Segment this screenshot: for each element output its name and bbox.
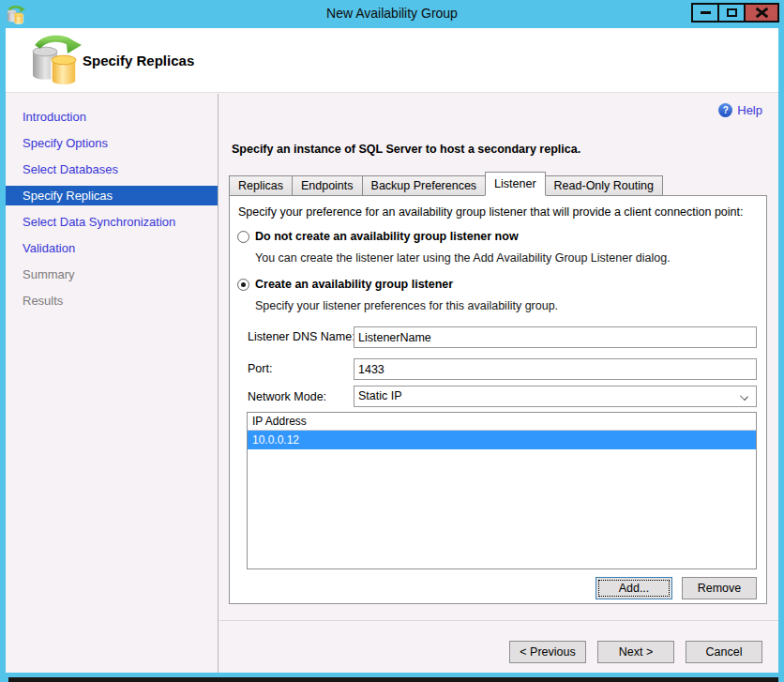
sidebar-item-specify-options[interactable]: Specify Options <box>6 133 218 153</box>
port-label: Port: <box>248 362 272 375</box>
sidebar-item-select-databases[interactable]: Select Databases <box>6 159 218 179</box>
sidebar-item-summary: Summary <box>6 265 218 284</box>
sidebar-item-validation[interactable]: Validation <box>6 238 218 258</box>
sidebar-item-introduction[interactable]: Introduction <box>6 107 218 127</box>
radio-checked-icon <box>237 279 249 291</box>
panel-heading: Specify an instance of SQL Server to hos… <box>232 143 580 156</box>
tab-backup-preferences[interactable]: Backup Preferences <box>362 175 487 196</box>
ip-address-row[interactable]: 10.0.0.12 <box>248 431 756 449</box>
next-button[interactable]: Next > <box>597 641 674 663</box>
port-input[interactable] <box>354 358 757 380</box>
radio-do-not-create-description: You can create the listener later using … <box>255 251 671 265</box>
dialog-window: New Availability Group <box>0 0 784 682</box>
previous-button[interactable]: < Previous <box>509 641 586 663</box>
wizard-navigation-buttons: < Previous Next > Cancel <box>509 641 762 663</box>
maximize-icon <box>727 8 737 17</box>
help-icon: ? <box>718 103 732 117</box>
chevron-down-icon <box>740 392 748 401</box>
tab-strip: Replicas Endpoints Backup Preferences Li… <box>229 172 662 196</box>
window-bottom-edge <box>8 677 778 682</box>
remove-button[interactable]: Remove <box>682 577 757 599</box>
radio-create-listener[interactable]: Create an availability group listener <box>237 278 453 291</box>
radio-unchecked-icon <box>237 231 249 243</box>
radio-create-description: Specify your listener preferences for th… <box>255 299 558 312</box>
ip-address-column-header: IP Address <box>248 413 756 431</box>
tab-replicas[interactable]: Replicas <box>229 175 293 196</box>
add-button[interactable]: Add... <box>596 577 672 599</box>
specify-replicas-icon <box>28 35 84 87</box>
sidebar-item-specify-replicas[interactable]: Specify Replicas <box>6 186 218 205</box>
listener-intro-text: Specify your preference for an availabil… <box>238 205 744 219</box>
close-icon <box>756 8 768 18</box>
window-title: New Availability Group <box>0 6 784 21</box>
cancel-button[interactable]: Cancel <box>686 641 762 663</box>
sidebar-item-select-data-synchronization[interactable]: Select Data Synchronization <box>6 212 218 232</box>
dialog-body: Specify Replicas Introduction Specify Op… <box>6 28 778 673</box>
wizard-steps-sidebar: Introduction Specify Options Select Data… <box>6 94 219 673</box>
tab-read-only-routing[interactable]: Read-Only Routing <box>545 175 663 196</box>
wizard-main-panel: ? Help Specify an instance of SQL Server… <box>219 94 778 673</box>
wizard-header: Specify Replicas <box>6 28 778 93</box>
titlebar[interactable]: New Availability Group <box>0 0 784 28</box>
network-mode-select[interactable]: Static IP <box>354 386 757 407</box>
dns-name-input[interactable] <box>354 326 757 348</box>
minimize-button[interactable] <box>691 3 719 23</box>
maximize-button[interactable] <box>717 3 746 23</box>
help-label: Help <box>737 103 762 117</box>
tab-listener[interactable]: Listener <box>485 172 545 196</box>
minimize-icon <box>701 11 711 14</box>
help-link[interactable]: ? Help <box>718 103 762 117</box>
ip-address-list: IP Address 10.0.0.12 <box>247 412 757 569</box>
footer-divider <box>219 620 778 621</box>
network-mode-value: Static IP <box>358 389 402 402</box>
close-button[interactable] <box>744 3 779 23</box>
radio-do-not-create-listener[interactable]: Do not create an availability group list… <box>237 230 519 243</box>
sidebar-item-results: Results <box>6 291 218 311</box>
page-title: Specify Replicas <box>83 53 194 68</box>
listener-tab-panel: Specify your preference for an availabil… <box>229 195 767 604</box>
dns-name-label: Listener DNS Name: <box>248 330 355 343</box>
tab-endpoints[interactable]: Endpoints <box>292 175 363 196</box>
network-mode-label: Network Mode: <box>248 390 326 403</box>
